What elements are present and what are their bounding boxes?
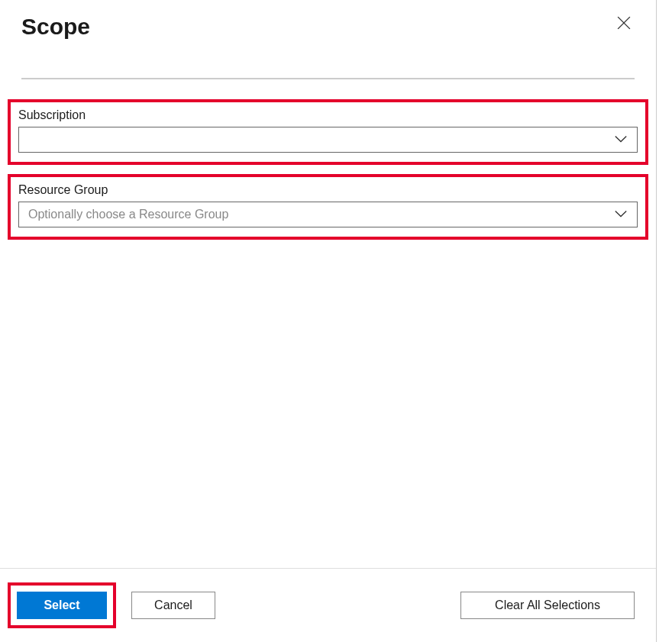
chevron-down-icon xyxy=(614,133,628,147)
resource-group-highlight: Resource Group Optionally choose a Resou… xyxy=(8,174,648,240)
chevron-down-icon xyxy=(614,208,628,221)
close-icon xyxy=(617,16,631,33)
clear-all-button[interactable]: Clear All Selections xyxy=(460,592,635,619)
select-highlight: Select xyxy=(8,582,116,628)
resource-group-placeholder: Optionally choose a Resource Group xyxy=(28,208,228,221)
resource-group-dropdown[interactable]: Optionally choose a Resource Group xyxy=(18,202,638,227)
subscription-highlight: Subscription xyxy=(8,99,648,165)
resource-group-label: Resource Group xyxy=(18,183,638,197)
select-button[interactable]: Select xyxy=(17,592,107,619)
subscription-dropdown[interactable] xyxy=(18,127,638,153)
cancel-button[interactable]: Cancel xyxy=(131,592,215,619)
panel-title: Scope xyxy=(21,14,90,40)
scope-panel: Scope Subscription R xyxy=(0,0,657,642)
panel-header: Scope xyxy=(0,0,656,40)
subscription-label: Subscription xyxy=(18,108,638,122)
form-area: Subscription Resource Group Optionally c… xyxy=(0,79,656,240)
close-button[interactable] xyxy=(613,14,635,35)
panel-footer: Select Cancel Clear All Selections xyxy=(0,568,656,642)
